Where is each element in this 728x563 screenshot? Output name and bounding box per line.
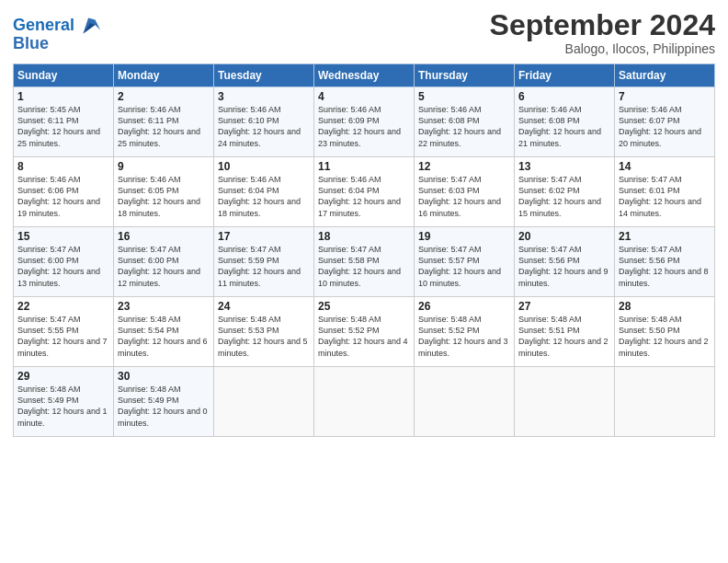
day-info: Sunrise: 5:48 AMSunset: 5:53 PMDaylight:… [218,315,308,357]
day-number: 5 [418,90,510,103]
calendar-day-2: 2Sunrise: 5:46 AMSunset: 6:11 PMDaylight… [114,87,214,157]
calendar-day-30: 30Sunrise: 5:48 AMSunset: 5:49 PMDayligh… [114,367,214,437]
day-info: Sunrise: 5:47 AMSunset: 6:00 PMDaylight:… [118,245,200,287]
day-info: Sunrise: 5:46 AMSunset: 6:04 PMDaylight:… [318,175,401,217]
calendar-day-empty [515,367,615,437]
day-info: Sunrise: 5:47 AMSunset: 5:57 PMDaylight:… [418,245,501,287]
day-number: 22 [17,300,109,313]
day-number: 8 [17,160,109,173]
logo: General Blue [13,13,102,53]
day-number: 7 [619,90,711,103]
day-number: 2 [118,90,210,103]
location: Balogo, Ilocos, Philippines [490,41,715,56]
calendar-day-8: 8Sunrise: 5:46 AMSunset: 6:06 PMDaylight… [14,157,114,227]
day-info: Sunrise: 5:47 AMSunset: 6:01 PMDaylight:… [619,175,701,217]
calendar-day-5: 5Sunrise: 5:46 AMSunset: 6:08 PMDaylight… [415,87,515,157]
day-number: 16 [118,230,210,243]
calendar-day-10: 10Sunrise: 5:46 AMSunset: 6:04 PMDayligh… [214,157,314,227]
calendar-day-28: 28Sunrise: 5:48 AMSunset: 5:50 PMDayligh… [615,297,715,367]
calendar-table: Sunday Monday Tuesday Wednesday Thursday… [13,63,715,437]
day-info: Sunrise: 5:48 AMSunset: 5:50 PMDaylight:… [619,315,709,357]
calendar-day-4: 4Sunrise: 5:46 AMSunset: 6:09 PMDaylight… [314,87,415,157]
day-info: Sunrise: 5:47 AMSunset: 6:02 PMDaylight:… [518,175,601,217]
day-number: 1 [17,90,109,103]
day-info: Sunrise: 5:46 AMSunset: 6:10 PMDaylight:… [218,105,301,147]
calendar-day-18: 18Sunrise: 5:47 AMSunset: 5:58 PMDayligh… [314,227,415,297]
day-info: Sunrise: 5:48 AMSunset: 5:52 PMDaylight:… [318,315,408,357]
header-wednesday: Wednesday [314,64,415,87]
calendar-day-21: 21Sunrise: 5:47 AMSunset: 5:56 PMDayligh… [615,227,715,297]
day-number: 15 [17,230,109,243]
day-number: 4 [318,90,410,103]
calendar-day-empty [615,367,715,437]
header-thursday: Thursday [415,64,515,87]
day-number: 19 [418,230,510,243]
day-number: 3 [218,90,310,103]
calendar-day-23: 23Sunrise: 5:48 AMSunset: 5:54 PMDayligh… [114,297,214,367]
day-number: 20 [518,230,610,243]
calendar-day-12: 12Sunrise: 5:47 AMSunset: 6:03 PMDayligh… [415,157,515,227]
day-info: Sunrise: 5:48 AMSunset: 5:54 PMDaylight:… [118,315,208,357]
day-info: Sunrise: 5:45 AMSunset: 6:11 PMDaylight:… [17,105,100,147]
day-number: 21 [619,230,711,243]
day-info: Sunrise: 5:47 AMSunset: 6:03 PMDaylight:… [418,175,501,217]
calendar-day-29: 29Sunrise: 5:48 AMSunset: 5:49 PMDayligh… [14,367,114,437]
day-number: 24 [218,300,310,313]
day-number: 13 [518,160,610,173]
day-number: 28 [619,300,711,313]
calendar-day-22: 22Sunrise: 5:47 AMSunset: 5:55 PMDayligh… [14,297,114,367]
calendar-day-empty [214,367,314,437]
day-info: Sunrise: 5:47 AMSunset: 5:56 PMDaylight:… [518,245,609,287]
day-number: 11 [318,160,410,173]
day-info: Sunrise: 5:48 AMSunset: 5:52 PMDaylight:… [418,315,508,357]
calendar-day-9: 9Sunrise: 5:46 AMSunset: 6:05 PMDaylight… [114,157,214,227]
calendar-week-5: 29Sunrise: 5:48 AMSunset: 5:49 PMDayligh… [14,367,715,437]
calendar-day-17: 17Sunrise: 5:47 AMSunset: 5:59 PMDayligh… [214,227,314,297]
header-tuesday: Tuesday [214,64,314,87]
day-number: 10 [218,160,310,173]
calendar-day-15: 15Sunrise: 5:47 AMSunset: 6:00 PMDayligh… [14,227,114,297]
calendar-day-19: 19Sunrise: 5:47 AMSunset: 5:57 PMDayligh… [415,227,515,297]
logo-icon [76,13,102,39]
calendar-day-26: 26Sunrise: 5:48 AMSunset: 5:52 PMDayligh… [415,297,515,367]
day-info: Sunrise: 5:47 AMSunset: 5:56 PMDaylight:… [619,245,709,287]
day-number: 25 [318,300,410,313]
day-number: 29 [17,370,109,383]
day-info: Sunrise: 5:48 AMSunset: 5:51 PMDaylight:… [518,315,609,357]
calendar-day-11: 11Sunrise: 5:46 AMSunset: 6:04 PMDayligh… [314,157,415,227]
day-info: Sunrise: 5:46 AMSunset: 6:08 PMDaylight:… [418,105,501,147]
calendar-day-16: 16Sunrise: 5:47 AMSunset: 6:00 PMDayligh… [114,227,214,297]
title-block: September 2024 Balogo, Ilocos, Philippin… [490,9,715,56]
header-monday: Monday [114,64,214,87]
day-number: 30 [118,370,210,383]
page-container: General Blue September 2024 Balogo, Iloc… [0,0,728,444]
calendar-day-24: 24Sunrise: 5:48 AMSunset: 5:53 PMDayligh… [214,297,314,367]
calendar-day-6: 6Sunrise: 5:46 AMSunset: 6:08 PMDaylight… [515,87,615,157]
calendar-day-13: 13Sunrise: 5:47 AMSunset: 6:02 PMDayligh… [515,157,615,227]
calendar-week-2: 8Sunrise: 5:46 AMSunset: 6:06 PMDaylight… [14,157,715,227]
day-info: Sunrise: 5:46 AMSunset: 6:05 PMDaylight:… [118,175,200,217]
day-number: 9 [118,160,210,173]
day-info: Sunrise: 5:46 AMSunset: 6:09 PMDaylight:… [318,105,401,147]
calendar-body: 1Sunrise: 5:45 AMSunset: 6:11 PMDaylight… [14,87,715,437]
day-info: Sunrise: 5:46 AMSunset: 6:06 PMDaylight:… [17,175,100,217]
day-number: 17 [218,230,310,243]
day-info: Sunrise: 5:47 AMSunset: 5:58 PMDaylight:… [318,245,401,287]
day-number: 6 [518,90,610,103]
month-title: September 2024 [490,9,715,41]
calendar-week-1: 1Sunrise: 5:45 AMSunset: 6:11 PMDaylight… [14,87,715,157]
day-info: Sunrise: 5:46 AMSunset: 6:07 PMDaylight:… [619,105,701,147]
day-info: Sunrise: 5:48 AMSunset: 5:49 PMDaylight:… [118,385,208,427]
header-saturday: Saturday [615,64,715,87]
day-info: Sunrise: 5:46 AMSunset: 6:04 PMDaylight:… [218,175,301,217]
day-number: 18 [318,230,410,243]
weekday-header-row: Sunday Monday Tuesday Wednesday Thursday… [14,64,715,87]
calendar-week-3: 15Sunrise: 5:47 AMSunset: 6:00 PMDayligh… [14,227,715,297]
calendar-day-empty [314,367,415,437]
calendar-week-4: 22Sunrise: 5:47 AMSunset: 5:55 PMDayligh… [14,297,715,367]
calendar-day-3: 3Sunrise: 5:46 AMSunset: 6:10 PMDaylight… [214,87,314,157]
day-info: Sunrise: 5:47 AMSunset: 6:00 PMDaylight:… [17,245,100,287]
header-friday: Friday [515,64,615,87]
calendar-day-25: 25Sunrise: 5:48 AMSunset: 5:52 PMDayligh… [314,297,415,367]
logo-text: General [13,17,74,35]
